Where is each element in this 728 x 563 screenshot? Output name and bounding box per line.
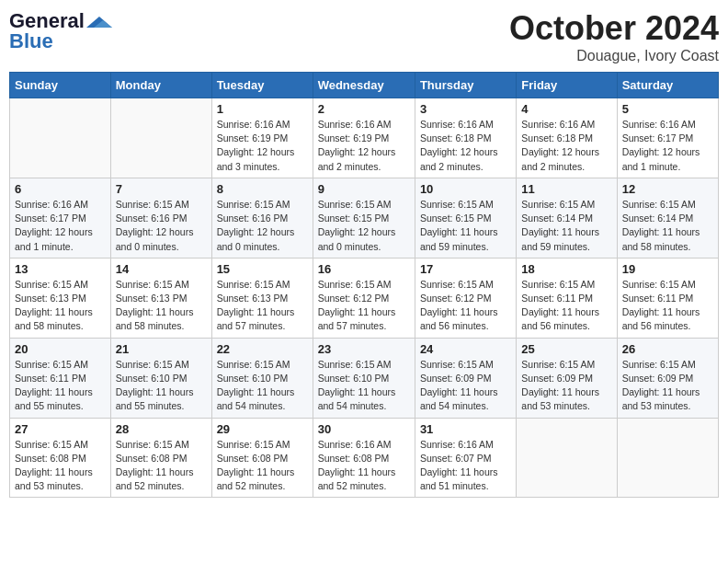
calendar-cell: 23Sunrise: 6:15 AM Sunset: 6:10 PM Dayli… xyxy=(313,338,415,418)
day-number: 28 xyxy=(116,422,207,436)
calendar-cell: 20Sunrise: 6:15 AM Sunset: 6:11 PM Dayli… xyxy=(10,338,111,418)
calendar-cell: 1Sunrise: 6:16 AM Sunset: 6:19 PM Daylig… xyxy=(211,98,313,178)
day-number: 25 xyxy=(521,342,611,356)
weekday-header-friday: Friday xyxy=(517,73,617,98)
calendar-cell: 12Sunrise: 6:15 AM Sunset: 6:14 PM Dayli… xyxy=(617,178,718,258)
day-number: 14 xyxy=(116,262,207,276)
calendar-cell: 13Sunrise: 6:15 AM Sunset: 6:13 PM Dayli… xyxy=(10,258,111,338)
logo: General Blue xyxy=(9,9,112,53)
month-title-block: October 2024 Douague, Ivory Coast xyxy=(509,9,719,64)
day-info: Sunrise: 6:16 AM Sunset: 6:08 PM Dayligh… xyxy=(318,438,410,494)
day-number: 2 xyxy=(318,102,410,116)
calendar-cell: 21Sunrise: 6:15 AM Sunset: 6:10 PM Dayli… xyxy=(110,338,211,418)
day-number: 18 xyxy=(521,262,611,276)
day-number: 21 xyxy=(116,342,207,356)
calendar-cell: 10Sunrise: 6:15 AM Sunset: 6:15 PM Dayli… xyxy=(415,178,516,258)
day-info: Sunrise: 6:16 AM Sunset: 6:19 PM Dayligh… xyxy=(318,118,410,174)
weekday-header-wednesday: Wednesday xyxy=(313,73,415,98)
day-number: 29 xyxy=(217,422,308,436)
day-info: Sunrise: 6:16 AM Sunset: 6:18 PM Dayligh… xyxy=(420,118,511,174)
day-info: Sunrise: 6:15 AM Sunset: 6:10 PM Dayligh… xyxy=(116,358,207,414)
calendar-table: SundayMondayTuesdayWednesdayThursdayFrid… xyxy=(9,72,719,498)
day-info: Sunrise: 6:15 AM Sunset: 6:15 PM Dayligh… xyxy=(318,198,410,254)
day-number: 26 xyxy=(622,342,713,356)
day-info: Sunrise: 6:15 AM Sunset: 6:14 PM Dayligh… xyxy=(622,198,713,254)
day-number: 9 xyxy=(318,182,410,196)
day-info: Sunrise: 6:15 AM Sunset: 6:10 PM Dayligh… xyxy=(318,358,410,414)
week-row-3: 13Sunrise: 6:15 AM Sunset: 6:13 PM Dayli… xyxy=(10,258,719,338)
calendar-cell: 3Sunrise: 6:16 AM Sunset: 6:18 PM Daylig… xyxy=(415,98,516,178)
calendar-cell: 22Sunrise: 6:15 AM Sunset: 6:10 PM Dayli… xyxy=(211,338,313,418)
day-number: 19 xyxy=(622,262,713,276)
location: Douague, Ivory Coast xyxy=(509,48,719,64)
day-number: 11 xyxy=(521,182,611,196)
day-number: 5 xyxy=(622,102,713,116)
day-info: Sunrise: 6:15 AM Sunset: 6:13 PM Dayligh… xyxy=(116,278,207,334)
page-header: General Blue October 2024 Douague, Ivory… xyxy=(9,9,719,64)
day-number: 30 xyxy=(318,422,410,436)
day-number: 23 xyxy=(318,342,410,356)
calendar-cell: 26Sunrise: 6:15 AM Sunset: 6:09 PM Dayli… xyxy=(617,338,718,418)
calendar-cell: 7Sunrise: 6:15 AM Sunset: 6:16 PM Daylig… xyxy=(110,178,211,258)
day-info: Sunrise: 6:15 AM Sunset: 6:16 PM Dayligh… xyxy=(116,198,207,254)
calendar-cell: 30Sunrise: 6:16 AM Sunset: 6:08 PM Dayli… xyxy=(313,418,415,498)
calendar-cell: 9Sunrise: 6:15 AM Sunset: 6:15 PM Daylig… xyxy=(313,178,415,258)
calendar-cell: 31Sunrise: 6:16 AM Sunset: 6:07 PM Dayli… xyxy=(415,418,516,498)
day-number: 22 xyxy=(217,342,308,356)
day-info: Sunrise: 6:15 AM Sunset: 6:10 PM Dayligh… xyxy=(217,358,308,414)
logo-blue: Blue xyxy=(9,29,53,53)
day-number: 6 xyxy=(15,182,106,196)
calendar-cell: 16Sunrise: 6:15 AM Sunset: 6:12 PM Dayli… xyxy=(313,258,415,338)
calendar-cell: 19Sunrise: 6:15 AM Sunset: 6:11 PM Dayli… xyxy=(617,258,718,338)
calendar-cell: 18Sunrise: 6:15 AM Sunset: 6:11 PM Dayli… xyxy=(517,258,617,338)
day-info: Sunrise: 6:16 AM Sunset: 6:07 PM Dayligh… xyxy=(420,438,511,494)
day-info: Sunrise: 6:15 AM Sunset: 6:11 PM Dayligh… xyxy=(622,278,713,334)
logo-icon xyxy=(86,15,112,29)
day-number: 3 xyxy=(420,102,511,116)
calendar-cell: 6Sunrise: 6:16 AM Sunset: 6:17 PM Daylig… xyxy=(10,178,111,258)
day-info: Sunrise: 6:15 AM Sunset: 6:08 PM Dayligh… xyxy=(116,438,207,494)
day-info: Sunrise: 6:15 AM Sunset: 6:12 PM Dayligh… xyxy=(420,278,511,334)
calendar-cell: 8Sunrise: 6:15 AM Sunset: 6:16 PM Daylig… xyxy=(211,178,313,258)
week-row-2: 6Sunrise: 6:16 AM Sunset: 6:17 PM Daylig… xyxy=(10,178,719,258)
week-row-5: 27Sunrise: 6:15 AM Sunset: 6:08 PM Dayli… xyxy=(10,418,719,498)
day-number: 12 xyxy=(622,182,713,196)
calendar-cell xyxy=(110,98,211,178)
week-row-4: 20Sunrise: 6:15 AM Sunset: 6:11 PM Dayli… xyxy=(10,338,719,418)
day-info: Sunrise: 6:15 AM Sunset: 6:08 PM Dayligh… xyxy=(217,438,308,494)
calendar-cell xyxy=(10,98,111,178)
weekday-header-thursday: Thursday xyxy=(415,73,516,98)
weekday-header-monday: Monday xyxy=(110,73,211,98)
day-info: Sunrise: 6:15 AM Sunset: 6:15 PM Dayligh… xyxy=(420,198,511,254)
day-number: 17 xyxy=(420,262,511,276)
calendar-cell: 27Sunrise: 6:15 AM Sunset: 6:08 PM Dayli… xyxy=(10,418,111,498)
calendar-cell: 29Sunrise: 6:15 AM Sunset: 6:08 PM Dayli… xyxy=(211,418,313,498)
day-info: Sunrise: 6:15 AM Sunset: 6:13 PM Dayligh… xyxy=(15,278,106,334)
day-info: Sunrise: 6:16 AM Sunset: 6:19 PM Dayligh… xyxy=(217,118,308,174)
day-number: 13 xyxy=(15,262,106,276)
day-info: Sunrise: 6:15 AM Sunset: 6:11 PM Dayligh… xyxy=(521,278,611,334)
day-info: Sunrise: 6:15 AM Sunset: 6:16 PM Dayligh… xyxy=(217,198,308,254)
day-number: 16 xyxy=(318,262,410,276)
calendar-cell: 2Sunrise: 6:16 AM Sunset: 6:19 PM Daylig… xyxy=(313,98,415,178)
day-info: Sunrise: 6:15 AM Sunset: 6:08 PM Dayligh… xyxy=(15,438,106,494)
weekday-header-saturday: Saturday xyxy=(617,73,718,98)
weekday-header-tuesday: Tuesday xyxy=(211,73,313,98)
day-info: Sunrise: 6:16 AM Sunset: 6:17 PM Dayligh… xyxy=(622,118,713,174)
day-info: Sunrise: 6:15 AM Sunset: 6:12 PM Dayligh… xyxy=(318,278,410,334)
day-number: 8 xyxy=(217,182,308,196)
week-row-1: 1Sunrise: 6:16 AM Sunset: 6:19 PM Daylig… xyxy=(10,98,719,178)
day-info: Sunrise: 6:15 AM Sunset: 6:14 PM Dayligh… xyxy=(521,198,611,254)
month-year: October 2024 xyxy=(509,9,719,48)
day-number: 15 xyxy=(217,262,308,276)
calendar-cell: 11Sunrise: 6:15 AM Sunset: 6:14 PM Dayli… xyxy=(517,178,617,258)
weekday-header-row: SundayMondayTuesdayWednesdayThursdayFrid… xyxy=(10,73,719,98)
calendar-cell: 25Sunrise: 6:15 AM Sunset: 6:09 PM Dayli… xyxy=(517,338,617,418)
calendar-cell: 15Sunrise: 6:15 AM Sunset: 6:13 PM Dayli… xyxy=(211,258,313,338)
day-info: Sunrise: 6:16 AM Sunset: 6:18 PM Dayligh… xyxy=(521,118,611,174)
day-info: Sunrise: 6:15 AM Sunset: 6:09 PM Dayligh… xyxy=(521,358,611,414)
calendar-cell: 24Sunrise: 6:15 AM Sunset: 6:09 PM Dayli… xyxy=(415,338,516,418)
day-number: 7 xyxy=(116,182,207,196)
calendar-cell xyxy=(617,418,718,498)
day-info: Sunrise: 6:15 AM Sunset: 6:11 PM Dayligh… xyxy=(15,358,106,414)
